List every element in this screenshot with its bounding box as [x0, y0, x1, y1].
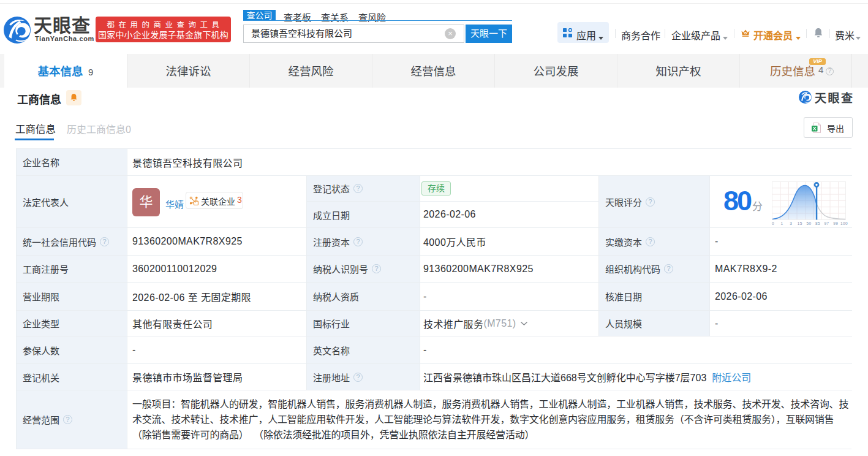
- svg-text:85: 85: [815, 221, 820, 226]
- svg-text:15: 15: [798, 221, 802, 226]
- svg-text:50: 50: [806, 221, 811, 226]
- svg-text:0: 0: [772, 221, 774, 226]
- svg-text:100: 100: [840, 221, 848, 226]
- svg-text:97: 97: [825, 221, 829, 226]
- svg-text:1: 1: [781, 221, 783, 226]
- svg-text:3: 3: [790, 221, 792, 226]
- svg-text:99: 99: [833, 221, 838, 226]
